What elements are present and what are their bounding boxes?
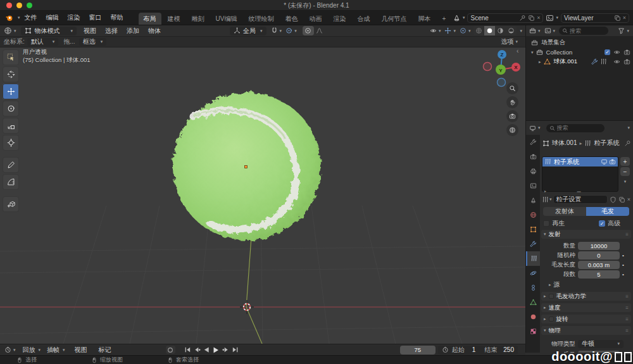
rotation-panel-header[interactable]: ▸ 旋转 ≡ bbox=[541, 315, 631, 323]
object-icon[interactable] bbox=[542, 140, 549, 147]
properties-options-dropdown[interactable]: ▾ bbox=[627, 125, 630, 130]
menu-object[interactable]: 物体 bbox=[144, 27, 165, 35]
workspace-tab-modeling[interactable]: 建模 bbox=[163, 13, 185, 25]
panel-grip-icon[interactable]: ≡ bbox=[625, 232, 629, 237]
copy-icon[interactable] bbox=[614, 15, 621, 22]
visibility-dropdown[interactable]: ▾ bbox=[428, 27, 443, 34]
menu-markers[interactable]: 标记 bbox=[94, 346, 116, 355]
workspace-tab-shading[interactable]: 着色 bbox=[280, 13, 303, 25]
segments-field[interactable]: 5 bbox=[578, 270, 620, 279]
workspace-tab-rendering[interactable]: 渲染 bbox=[328, 13, 351, 25]
scene-name-field[interactable]: Scene × bbox=[467, 13, 543, 23]
advanced-checkbox[interactable]: ✓ bbox=[599, 220, 605, 227]
shading-material-button[interactable] bbox=[495, 26, 506, 35]
source-subpanel-header[interactable]: ▸ 源 bbox=[549, 280, 560, 289]
panel-grip-icon[interactable]: ≡ bbox=[625, 294, 629, 299]
play-button[interactable] bbox=[211, 346, 221, 354]
panel-grip-icon[interactable]: ≡ bbox=[625, 328, 629, 334]
panel-grip-icon[interactable]: ≡ bbox=[625, 317, 629, 322]
tab-object-data[interactable] bbox=[526, 295, 540, 310]
menu-select[interactable]: 选择 bbox=[101, 27, 122, 35]
tab-object[interactable] bbox=[526, 222, 540, 237]
proportional-toggle-button[interactable] bbox=[303, 26, 314, 35]
collection-checkbox[interactable]: ✓ bbox=[605, 49, 610, 55]
workspace-tab-sculpting[interactable]: 雕刻 bbox=[187, 13, 210, 25]
physics-panel-header[interactable]: ▾ 物理 ≡ bbox=[541, 326, 631, 335]
start-value[interactable]: 1 bbox=[472, 346, 476, 353]
tab-particles[interactable] bbox=[526, 251, 540, 266]
expand-icon[interactable]: ▸ bbox=[539, 60, 541, 65]
menu-edit[interactable]: 编辑 bbox=[42, 13, 63, 22]
tool-annotate[interactable] bbox=[3, 157, 19, 173]
modifier-wrench-icon[interactable] bbox=[591, 58, 598, 65]
menu-view[interactable]: 视图 bbox=[79, 27, 101, 35]
outliner-row-collection[interactable]: ▾ Collection ✓ bbox=[526, 48, 633, 56]
outliner-editor-type-button[interactable]: ▾ bbox=[527, 27, 542, 34]
proportional-editing-dropdown[interactable]: ▾ bbox=[284, 27, 299, 34]
editor-type-button[interactable]: ▾ bbox=[2, 27, 18, 35]
list-resize-grip[interactable]: ▬ bbox=[546, 189, 612, 193]
zoom-view-button[interactable] bbox=[506, 82, 518, 94]
outliner-display-mode-button[interactable]: ▾ bbox=[542, 27, 558, 34]
end-value[interactable]: 250 bbox=[503, 346, 514, 353]
add-workspace-button[interactable]: + bbox=[437, 13, 451, 25]
snap-magnet-button[interactable]: ▾ bbox=[269, 27, 284, 34]
menu-render[interactable]: 渲染 bbox=[63, 13, 85, 22]
menu-view-timeline[interactable]: 视图 bbox=[70, 346, 92, 355]
current-frame-field[interactable]: 75 bbox=[400, 346, 436, 355]
gizmos-dropdown[interactable]: ▾ bbox=[442, 27, 458, 34]
play-reverse-button[interactable] bbox=[202, 346, 211, 354]
unlink-icon[interactable]: × bbox=[627, 196, 630, 203]
shading-solid-button[interactable] bbox=[484, 26, 495, 35]
menu-window[interactable]: 窗口 bbox=[85, 13, 106, 22]
shading-wireframe-button[interactable] bbox=[473, 26, 484, 35]
pan-view-button[interactable] bbox=[506, 96, 518, 108]
breadcrumb-sub[interactable]: 粒子系统 bbox=[594, 139, 619, 147]
timeline-editor-type-button[interactable]: ▾ bbox=[3, 346, 18, 353]
coord-system-dropdown[interactable]: 默认 ▾ bbox=[27, 38, 59, 46]
tool-select-box[interactable] bbox=[3, 49, 19, 65]
outliner-row-scene-collection[interactable]: 场景集合 bbox=[526, 39, 633, 47]
workspace-tab-uv[interactable]: UV编辑 bbox=[211, 13, 242, 25]
emission-panel-header[interactable]: ▾ 发射 ≡ bbox=[541, 230, 631, 239]
menu-help[interactable]: 帮助 bbox=[106, 13, 128, 22]
tab-world[interactable] bbox=[526, 208, 540, 222]
animate-dot[interactable]: • bbox=[622, 253, 624, 258]
perspective-toggle-button[interactable] bbox=[506, 124, 518, 136]
minimize-window-button[interactable] bbox=[16, 3, 22, 8]
tool-cursor[interactable] bbox=[3, 66, 19, 82]
tool-transform[interactable] bbox=[3, 135, 19, 151]
camera-view-button[interactable] bbox=[506, 110, 518, 122]
outliner-row-object[interactable]: ▸ 球体.001 bbox=[526, 58, 633, 66]
next-keyframe-button[interactable] bbox=[221, 346, 230, 354]
animate-dot[interactable]: • bbox=[622, 262, 624, 268]
workspace-tab-compositing[interactable]: 合成 bbox=[352, 13, 375, 25]
maximize-window-button[interactable] bbox=[27, 3, 32, 8]
remove-particle-system-button[interactable]: − bbox=[620, 167, 630, 176]
hair-dynamics-panel-header[interactable]: ▸ 毛发动力学 ≡ bbox=[541, 292, 631, 301]
hair-dynamics-checkbox[interactable] bbox=[549, 294, 554, 299]
jump-to-start-button[interactable] bbox=[183, 346, 192, 354]
monitor-toggle-icon[interactable] bbox=[601, 158, 608, 165]
outliner-filter-button[interactable]: ▾ bbox=[616, 27, 631, 34]
menu-file[interactable]: 文件 bbox=[20, 13, 42, 22]
pin-icon[interactable] bbox=[624, 140, 631, 147]
breadcrumb-object[interactable]: 球体.001 bbox=[552, 139, 577, 147]
overlays-dropdown[interactable]: ▾ bbox=[458, 27, 473, 34]
workspace-tab-animation[interactable]: 动画 bbox=[304, 13, 327, 25]
viewlayer-name-field[interactable]: ViewLayer × bbox=[561, 13, 629, 23]
tab-physics[interactable] bbox=[526, 266, 540, 280]
particles-icon[interactable] bbox=[542, 196, 549, 203]
tab-view-layer[interactable] bbox=[526, 179, 540, 193]
transform-orientation-dropdown[interactable]: 全局 ▾ bbox=[230, 27, 266, 35]
auto-keying-button[interactable] bbox=[166, 346, 175, 354]
shading-rendered-button[interactable] bbox=[506, 26, 517, 35]
add-particle-system-button[interactable]: + bbox=[620, 157, 630, 166]
menu-keying[interactable]: 插帧▾ bbox=[46, 346, 65, 355]
rotation-checkbox[interactable] bbox=[549, 317, 554, 322]
physics-type-dropdown[interactable]: 牛顿 ▾ bbox=[578, 340, 624, 348]
tab-emitter[interactable]: 发射体 bbox=[543, 207, 586, 216]
velocity-panel-header[interactable]: ▸ 速度 ≡ bbox=[541, 303, 631, 312]
tab-constraints[interactable] bbox=[526, 280, 540, 295]
tab-scene[interactable] bbox=[526, 193, 540, 208]
